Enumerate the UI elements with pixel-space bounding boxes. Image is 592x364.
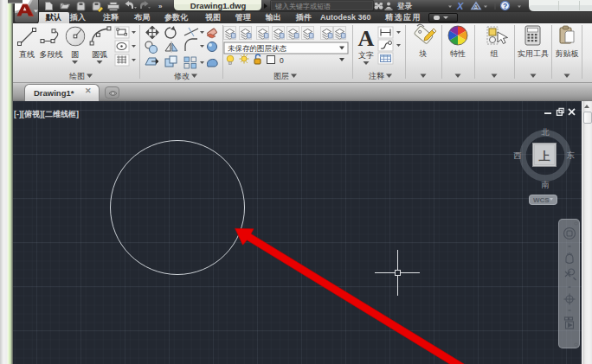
svg-text:直线: 直线 bbox=[19, 50, 35, 59]
svg-text:剪贴板: 剪贴板 bbox=[556, 49, 579, 58]
svg-text:绘图: 绘图 bbox=[69, 72, 85, 80]
svg-text:»: » bbox=[158, 3, 163, 10]
svg-text:组: 组 bbox=[491, 49, 499, 58]
svg-text:圆: 圆 bbox=[71, 50, 79, 59]
svg-text:A: A bbox=[473, 4, 478, 10]
svg-text:Drawing1.dwg: Drawing1.dwg bbox=[190, 1, 247, 10]
svg-text:多段线: 多段线 bbox=[40, 50, 63, 59]
svg-text:X: X bbox=[456, 1, 464, 11]
svg-text:登录: 登录 bbox=[396, 2, 413, 10]
svg-text:图层: 图层 bbox=[273, 72, 289, 80]
svg-text:?: ? bbox=[503, 2, 507, 10]
svg-text:圆弧: 圆弧 bbox=[92, 50, 107, 59]
svg-text:键入关键字或短语: 键入关键字或短语 bbox=[274, 3, 331, 10]
svg-text:块: 块 bbox=[419, 49, 428, 58]
svg-text:上: 上 bbox=[539, 150, 550, 163]
svg-text:北: 北 bbox=[541, 127, 550, 137]
svg-text:A: A bbox=[358, 26, 375, 51]
svg-text:特性: 特性 bbox=[450, 49, 466, 58]
svg-text:未保存的图层状态: 未保存的图层状态 bbox=[228, 44, 287, 53]
svg-text:文字: 文字 bbox=[358, 51, 374, 60]
svg-text:南: 南 bbox=[541, 180, 550, 189]
svg-text:修改: 修改 bbox=[174, 72, 190, 80]
svg-text:0: 0 bbox=[280, 56, 284, 65]
svg-text:注释: 注释 bbox=[369, 72, 384, 80]
svg-text:西: 西 bbox=[513, 150, 522, 160]
svg-text:东: 东 bbox=[566, 150, 575, 160]
svg-text:实用工具: 实用工具 bbox=[518, 49, 549, 58]
